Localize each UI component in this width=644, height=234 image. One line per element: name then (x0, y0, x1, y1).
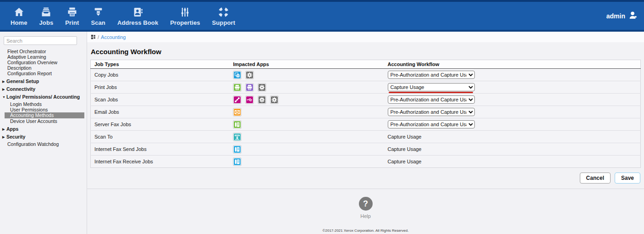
job-type-label: Print Jobs (91, 81, 230, 94)
table-row-server-fax-jobs: Server Fax Jobs Pre-Authorization and Ca… (91, 118, 641, 131)
sidebar-item-label: Apps (6, 127, 18, 131)
job-type-label: Server Fax Jobs (91, 118, 230, 131)
chevron-right-icon: ▶ (2, 87, 6, 91)
sidebar-item-apps[interactable]: ▶Apps (0, 126, 87, 132)
gear-icon (246, 71, 253, 79)
printer-icon (246, 84, 253, 91)
main-content: / Accounting Accounting Workflow Job Typ… (87, 32, 644, 234)
sidebar-item-label: User Permissions (10, 107, 48, 112)
home-icon (13, 6, 25, 18)
sidebar-item-adaptive-learning[interactable]: Adaptive Learning (0, 54, 87, 60)
sidebar-item-label: General Setup (6, 79, 39, 84)
sidebar-item-configuration-report[interactable]: Configuration Report (0, 71, 87, 76)
sidebar-item-label: Description (7, 65, 32, 71)
accounting-workflow-table: Job Types Impacted Apps Accounting Workf… (90, 60, 641, 168)
sidebar-item-device-user-accounts[interactable]: Device User Accounts (0, 118, 87, 124)
help-label: Help (87, 213, 644, 219)
job-type-label: Email Jobs (91, 106, 230, 118)
copy-icon (233, 71, 241, 79)
email-icon (233, 108, 241, 116)
sidebar: Fleet OrchestratorAdaptive LearningConfi… (0, 32, 87, 234)
fax-icon (233, 145, 241, 153)
workflow-select-print-jobs[interactable]: Capture Usage (388, 83, 475, 91)
gear-icon (270, 96, 278, 104)
column-header-job-types: Job Types (91, 60, 230, 69)
nav-label: Home (11, 19, 28, 26)
support-icon (217, 6, 230, 18)
nav-item-properties[interactable]: Properties (164, 2, 206, 30)
workflow-select-copy-jobs[interactable]: Pre-Authorization and Capture Usage (388, 71, 475, 79)
grid-icon (91, 33, 96, 41)
link-icon (233, 96, 241, 104)
job-type-label: Scan Jobs (91, 94, 230, 106)
cancel-button[interactable]: Cancel (580, 173, 611, 184)
user-name: admin (606, 12, 625, 20)
impacted-apps (233, 121, 380, 128)
impacted-apps (233, 84, 380, 91)
job-type-label: Internet Fax Send Jobs (91, 143, 230, 156)
scan-to-icon (233, 133, 241, 141)
user-menu[interactable]: admin (606, 2, 638, 30)
sidebar-item-user-permissions[interactable]: User Permissions (0, 107, 87, 112)
sidebar-item-configuration-watchdog[interactable]: Configuration Watchdog (0, 141, 87, 147)
nav-item-scan[interactable]: Scan (85, 2, 111, 30)
save-button[interactable]: Save (615, 173, 640, 184)
gear-icon (258, 84, 266, 91)
impacted-apps (233, 108, 380, 116)
scan-icon (92, 6, 105, 18)
nav-item-support[interactable]: Support (206, 2, 242, 30)
workflow-select-email-jobs[interactable]: Pre-Authorization and Capture Usage (388, 108, 475, 116)
sidebar-item-label: Connectivity (6, 87, 35, 91)
nav-item-jobs[interactable]: Jobs (33, 2, 60, 30)
sidebar-item-label: Device User Accounts (10, 118, 57, 124)
chevron-right-icon: ▶ (2, 79, 6, 84)
table-row-scan-jobs: Scan Jobs Pre-Authorization and Capture … (91, 94, 641, 106)
impacted-apps (233, 145, 380, 153)
nav-label: Properties (170, 19, 200, 26)
sidebar-item-label: Adaptive Learning (7, 54, 46, 60)
workflow-text-internet-fax-receive-jobs: Capture Usage (388, 159, 422, 164)
job-type-label: Scan To (91, 131, 230, 143)
page-title: Accounting Workflow (91, 48, 641, 56)
sidebar-item-login-methods[interactable]: Login Methods (0, 101, 87, 107)
table-row-internet-fax-receive-jobs: Internet Fax Receive Jobs Capture Usage (91, 156, 641, 168)
sidebar-item-label: Configuration Watchdog (7, 141, 59, 147)
sidebar-item-description[interactable]: Description (0, 65, 87, 71)
workflow-select-server-fax-jobs[interactable]: Pre-Authorization and Capture Usage (388, 120, 475, 128)
help-icon[interactable]: ? (359, 197, 373, 211)
nav-label: Address Book (117, 19, 158, 26)
sidebar-item-general-setup[interactable]: ▶General Setup (0, 78, 87, 84)
sidebar-item-accounting-methods[interactable]: Accounting Methods (5, 112, 84, 118)
nav-label: Support (212, 19, 236, 26)
table-row-email-jobs: Email Jobs Pre-Authorization and Capture… (91, 106, 641, 118)
properties-icon (179, 6, 191, 18)
nav-item-print[interactable]: Print (59, 2, 85, 30)
workflow-text-internet-fax-send-jobs: Capture Usage (388, 146, 422, 152)
sidebar-item-label: Login/ Permissions/ Accounting (6, 95, 80, 99)
printer-icon (233, 84, 241, 91)
sidebar-item-fleet-orchestrator[interactable]: Fleet Orchestrator (0, 49, 87, 54)
sidebar-item-label: Login Methods (10, 101, 42, 107)
table-row-print-jobs: Print Jobs Capture Usage (91, 81, 641, 94)
nav-label: Print (65, 19, 79, 26)
search-input[interactable] (4, 36, 77, 45)
gear-icon (258, 96, 266, 104)
sidebar-item-configuration-overview[interactable]: Configuration Overview (0, 60, 87, 65)
workflow-select-scan-jobs[interactable]: Pre-Authorization and Capture Usage (388, 95, 475, 104)
table-row-copy-jobs: Copy Jobs Pre-Authorization and Capture … (91, 69, 641, 81)
breadcrumb: / Accounting (87, 32, 644, 42)
nav-item-home[interactable]: Home (5, 2, 33, 30)
usb-icon (246, 96, 253, 104)
nav-label: Scan (91, 19, 105, 26)
nav-item-address-book[interactable]: Address Book (111, 2, 164, 30)
sidebar-item-connectivity[interactable]: ▶Connectivity (0, 86, 87, 92)
copyright-text: ©2017-2021 Xerox Corporation. All Rights… (87, 228, 644, 234)
sidebar-item-label: Security (6, 135, 25, 139)
chevron-down-icon: ▼ (2, 95, 6, 99)
impacted-apps (233, 96, 380, 104)
top-navigation-bar: Home Jobs Print Scan Address Book Proper… (0, 0, 644, 32)
breadcrumb-link-accounting[interactable]: Accounting (101, 34, 126, 40)
sidebar-item-label: Fleet Orchestrator (7, 49, 46, 54)
sidebar-item-security[interactable]: ▶Security (0, 134, 87, 139)
sidebar-item-login-permissions-accounting[interactable]: ▼Login/ Permissions/ Accounting (0, 94, 87, 100)
